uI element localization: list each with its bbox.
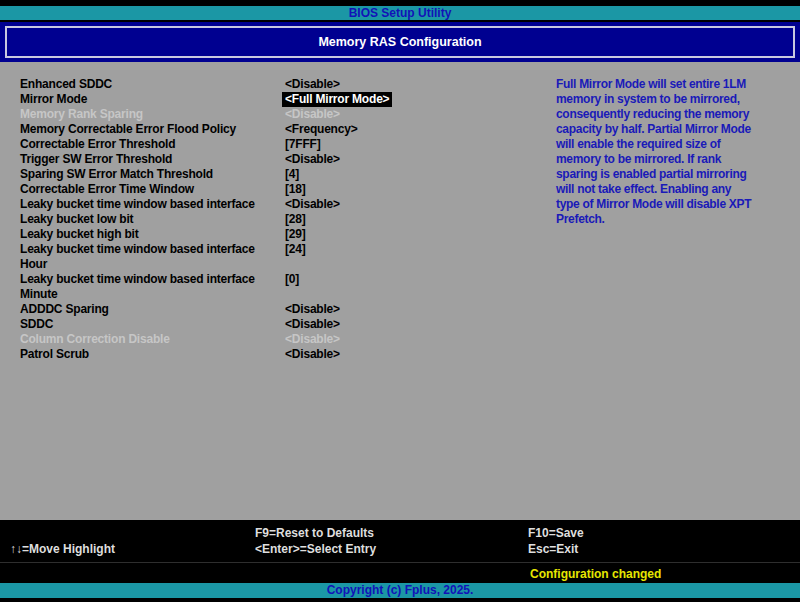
status-message: Configuration changed: [530, 567, 661, 581]
setting-label: Leaky bucket time window based interface: [20, 197, 285, 212]
setting-label: Leaky bucket high bit: [20, 227, 285, 242]
setting-row[interactable]: Correctable Error Time Window[18]: [20, 182, 460, 197]
setting-value[interactable]: <Disable>: [285, 77, 340, 92]
setting-row[interactable]: Leaky bucket time window based interface…: [20, 272, 460, 302]
help-line: memory in system to be mirrored,: [556, 92, 798, 107]
setting-value[interactable]: <Disable>: [285, 317, 340, 332]
setting-label: Sparing SW Error Match Threshold: [20, 167, 285, 182]
setting-label: Column Correction Disable: [20, 332, 285, 347]
setting-row[interactable]: Leaky bucket time window based interface…: [20, 242, 460, 272]
help-panel: Full Mirror Mode will set entire 1LMmemo…: [556, 77, 798, 227]
setting-row[interactable]: ADDDC Sparing<Disable>: [20, 302, 460, 317]
help-line: sparing is enabled partial mirroring: [556, 167, 798, 182]
setting-label: ADDDC Sparing: [20, 302, 285, 317]
setting-value[interactable]: <Disable>: [285, 347, 340, 362]
setting-row[interactable]: Enhanced SDDC<Disable>: [20, 77, 460, 92]
hint-save: F10=Save: [528, 526, 584, 540]
setting-row[interactable]: Patrol Scrub<Disable>: [20, 347, 460, 362]
setting-label: Memory Correctable Error Flood Policy: [20, 122, 285, 137]
setting-value[interactable]: [4]: [285, 167, 299, 182]
setting-label: Correctable Error Threshold: [20, 137, 285, 152]
help-line: capacity by half. Partial Mirror Mode: [556, 122, 798, 137]
help-line: will enable the required size of: [556, 137, 798, 152]
status-bar: Configuration changed: [0, 562, 800, 583]
setting-label: Enhanced SDDC: [20, 77, 285, 92]
main-area: Enhanced SDDC<Disable>Mirror Mode<Full M…: [0, 62, 800, 520]
setting-label: Leaky bucket time window based interface…: [20, 272, 285, 302]
setting-value[interactable]: [24]: [285, 242, 306, 257]
setting-row[interactable]: Leaky bucket time window based interface…: [20, 197, 460, 212]
setting-row[interactable]: Mirror Mode<Full Mirror Mode>: [20, 92, 460, 107]
setting-row[interactable]: Correctable Error Threshold[7FFF]: [20, 137, 460, 152]
setting-label: Mirror Mode: [20, 92, 285, 107]
setting-row[interactable]: Memory Rank Sparing<Disable>: [20, 107, 460, 122]
setting-value[interactable]: [7FFF]: [285, 137, 320, 152]
page-title-band: Memory RAS Configuration: [0, 22, 800, 62]
help-line: consequently reducing the memory: [556, 107, 798, 122]
setting-row[interactable]: Leaky bucket high bit[29]: [20, 227, 460, 242]
app-title: BIOS Setup Utility: [349, 6, 452, 20]
setting-label: Patrol Scrub: [20, 347, 285, 362]
setting-value[interactable]: <Disable>: [285, 332, 340, 347]
hint-reset-defaults: F9=Reset to Defaults: [255, 526, 374, 540]
hint-select-entry: <Enter>=Select Entry: [255, 542, 376, 556]
setting-row[interactable]: Column Correction Disable<Disable>: [20, 332, 460, 347]
help-line: will not take effect. Enabling any: [556, 182, 798, 197]
app-title-bar: BIOS Setup Utility: [0, 6, 800, 20]
setting-value[interactable]: <Frequency>: [285, 122, 358, 137]
setting-row[interactable]: Leaky bucket low bit[28]: [20, 212, 460, 227]
key-hints-bar: ↑↓=Move Highlight F9=Reset to Defaults <…: [0, 520, 800, 562]
setting-label: Memory Rank Sparing: [20, 107, 285, 122]
copyright-text: Copyright (c) Fplus, 2025.: [327, 583, 474, 597]
setting-row[interactable]: SDDC<Disable>: [20, 317, 460, 332]
settings-list: Enhanced SDDC<Disable>Mirror Mode<Full M…: [20, 77, 460, 362]
setting-value-selected[interactable]: <Full Mirror Mode>: [282, 92, 392, 107]
setting-label: Trigger SW Error Threshold: [20, 152, 285, 167]
setting-value[interactable]: <Disable>: [285, 152, 340, 167]
hint-move-highlight: ↑↓=Move Highlight: [10, 542, 115, 556]
page-title-box: Memory RAS Configuration: [5, 26, 795, 58]
hint-exit: Esc=Exit: [528, 542, 578, 556]
page-title: Memory RAS Configuration: [318, 35, 481, 49]
setting-label: Leaky bucket low bit: [20, 212, 285, 227]
setting-row[interactable]: Sparing SW Error Match Threshold[4]: [20, 167, 460, 182]
copyright-bar: Copyright (c) Fplus, 2025.: [0, 583, 800, 598]
setting-label: SDDC: [20, 317, 285, 332]
setting-label: Leaky bucket time window based interface…: [20, 242, 285, 272]
setting-value[interactable]: [29]: [285, 227, 306, 242]
help-line: Prefetch.: [556, 212, 798, 227]
setting-value[interactable]: <Disable>: [285, 197, 340, 212]
setting-value[interactable]: <Disable>: [285, 302, 340, 317]
help-line: memory to be mirrored. If rank: [556, 152, 798, 167]
setting-value[interactable]: [28]: [285, 212, 306, 227]
bios-screen: BIOS Setup Utility Memory RAS Configurat…: [0, 0, 800, 602]
setting-row[interactable]: Memory Correctable Error Flood Policy<Fr…: [20, 122, 460, 137]
setting-value[interactable]: [18]: [285, 182, 306, 197]
setting-value[interactable]: <Disable>: [285, 107, 340, 122]
help-line: Full Mirror Mode will set entire 1LM: [556, 77, 798, 92]
setting-value[interactable]: [0]: [285, 272, 299, 287]
setting-row[interactable]: Trigger SW Error Threshold<Disable>: [20, 152, 460, 167]
setting-label: Correctable Error Time Window: [20, 182, 285, 197]
help-line: type of Mirror Mode will disable XPT: [556, 197, 798, 212]
